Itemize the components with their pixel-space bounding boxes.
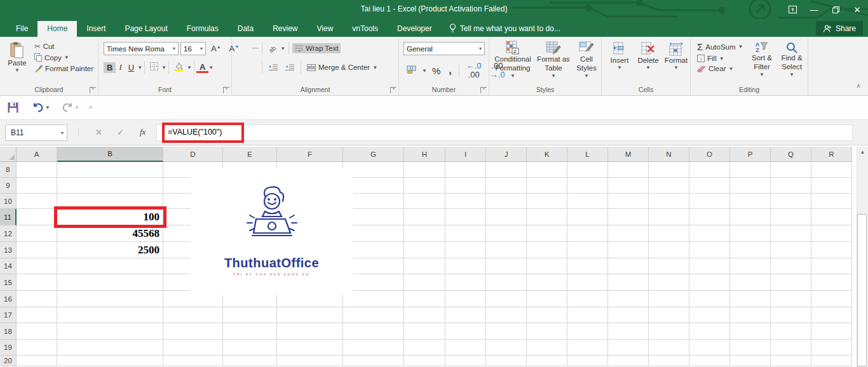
cell-K9[interactable] xyxy=(527,178,567,194)
column-header-R[interactable]: R xyxy=(811,147,852,162)
cell-R9[interactable] xyxy=(811,178,852,194)
cell-R15[interactable] xyxy=(811,274,852,291)
cell-A8[interactable] xyxy=(17,162,57,178)
row-header-11[interactable]: 11 xyxy=(0,209,17,225)
cell-O18[interactable] xyxy=(689,323,730,340)
accounting-format-dropdown[interactable]: ▼ xyxy=(422,68,427,74)
cell-I11[interactable] xyxy=(445,209,486,225)
increase-indent-button[interactable] xyxy=(282,62,297,73)
cell-Q15[interactable] xyxy=(771,274,811,291)
cell-M19[interactable] xyxy=(608,340,649,356)
fill-color-button[interactable] xyxy=(171,62,187,74)
merge-center-button[interactable]: Merge & Center▼ xyxy=(304,62,380,72)
cell-I17[interactable] xyxy=(445,307,486,323)
cell-K16[interactable] xyxy=(527,291,567,307)
cell-I18[interactable] xyxy=(445,323,486,340)
cell-B20[interactable] xyxy=(57,356,163,366)
orientation-dropdown[interactable]: ▼ xyxy=(280,46,285,51)
cell-I20[interactable] xyxy=(445,356,486,366)
cell-H9[interactable] xyxy=(404,178,445,194)
cell-I10[interactable] xyxy=(445,194,486,209)
format-as-table-button[interactable]: Format as Table ▼ xyxy=(535,38,572,79)
column-header-Q[interactable]: Q xyxy=(771,147,811,162)
top-align-button[interactable] xyxy=(237,48,243,49)
cell-Q19[interactable] xyxy=(771,340,811,356)
cell-K11[interactable] xyxy=(527,209,567,225)
cell-Q9[interactable] xyxy=(771,178,811,194)
accounting-format-button[interactable] xyxy=(403,65,420,76)
cell-O15[interactable] xyxy=(689,274,730,291)
decrease-indent-button[interactable] xyxy=(266,62,281,73)
save-button[interactable] xyxy=(8,102,18,113)
column-header-J[interactable]: J xyxy=(486,147,527,162)
cell-B15[interactable] xyxy=(57,274,163,291)
cell-D18[interactable] xyxy=(163,323,223,340)
cell-M15[interactable] xyxy=(608,274,649,291)
font-color-button[interactable]: A xyxy=(196,62,208,73)
underline-dropdown[interactable]: ▼ xyxy=(137,65,142,70)
cell-M8[interactable] xyxy=(608,162,649,178)
cell-J20[interactable] xyxy=(486,356,527,366)
tell-me-box[interactable]: Tell me what you want to do... xyxy=(442,20,568,37)
cell-P12[interactable] xyxy=(730,225,771,242)
cell-P11[interactable] xyxy=(730,209,771,225)
cell-N20[interactable] xyxy=(649,356,689,366)
cell-N11[interactable] xyxy=(649,209,689,225)
cell-N17[interactable] xyxy=(649,307,689,323)
cell-N15[interactable] xyxy=(649,274,689,291)
column-header-G[interactable]: G xyxy=(343,147,404,162)
align-right-button[interactable] xyxy=(252,67,259,68)
cell-H15[interactable] xyxy=(404,274,445,291)
column-header-I[interactable]: I xyxy=(445,147,486,162)
borders-dropdown[interactable]: ▼ xyxy=(161,65,166,70)
cell-E19[interactable] xyxy=(223,340,277,356)
cell-G20[interactable] xyxy=(343,356,404,366)
cell-F20[interactable] xyxy=(277,356,343,366)
cell-K14[interactable] xyxy=(527,258,567,274)
middle-align-button[interactable] xyxy=(245,48,251,49)
cell-R12[interactable] xyxy=(811,225,852,242)
font-color-dropdown[interactable]: ▼ xyxy=(208,65,214,70)
paste-button[interactable]: Paste ▼ xyxy=(4,39,31,74)
vertical-scrollbar-thumb[interactable] xyxy=(857,214,867,366)
restore-button[interactable] xyxy=(825,0,846,19)
cell-P16[interactable] xyxy=(730,291,771,307)
cell-G18[interactable] xyxy=(343,323,404,340)
column-header-E[interactable]: E xyxy=(223,147,277,162)
cell-K15[interactable] xyxy=(527,274,567,291)
undo-dropdown[interactable]: ▼ xyxy=(45,105,50,110)
cell-L20[interactable] xyxy=(567,356,608,366)
cell-Q13[interactable] xyxy=(771,242,811,258)
cell-K10[interactable] xyxy=(527,194,567,209)
column-header-K[interactable]: K xyxy=(527,147,567,162)
confirm-entry-icon[interactable]: ✓ xyxy=(117,128,124,137)
cell-M16[interactable] xyxy=(608,291,649,307)
clipboard-dialog-launcher[interactable] xyxy=(90,87,96,93)
row-header-15[interactable]: 15 xyxy=(0,274,17,291)
cell-I9[interactable] xyxy=(445,178,486,194)
column-header-N[interactable]: N xyxy=(649,147,689,162)
cell-Q14[interactable] xyxy=(771,258,811,274)
cell-J19[interactable] xyxy=(486,340,527,356)
increase-decimal-button[interactable]: ←.0.00 xyxy=(463,61,485,81)
cell-L16[interactable] xyxy=(567,291,608,307)
cell-A10[interactable] xyxy=(17,194,57,209)
cell-J10[interactable] xyxy=(486,194,527,209)
cell-H14[interactable] xyxy=(404,258,445,274)
cell-I13[interactable] xyxy=(445,242,486,258)
bold-button[interactable]: B xyxy=(104,62,116,73)
font-dialog-launcher[interactable] xyxy=(223,87,229,93)
cell-R10[interactable] xyxy=(811,194,852,209)
tab-vntools[interactable]: vnTools xyxy=(342,21,388,37)
cell-I19[interactable] xyxy=(445,340,486,356)
cell-P20[interactable] xyxy=(730,356,771,366)
redo-dropdown[interactable]: ▼ xyxy=(74,105,79,110)
cell-E18[interactable] xyxy=(223,323,277,340)
tab-view[interactable]: View xyxy=(308,21,343,37)
undo-button[interactable] xyxy=(32,103,44,112)
cell-O8[interactable] xyxy=(689,162,730,178)
align-left-button[interactable] xyxy=(237,67,243,68)
row-header-20[interactable]: 20 xyxy=(0,356,17,366)
tab-home[interactable]: Home xyxy=(37,21,77,37)
cell-R16[interactable] xyxy=(811,291,852,307)
